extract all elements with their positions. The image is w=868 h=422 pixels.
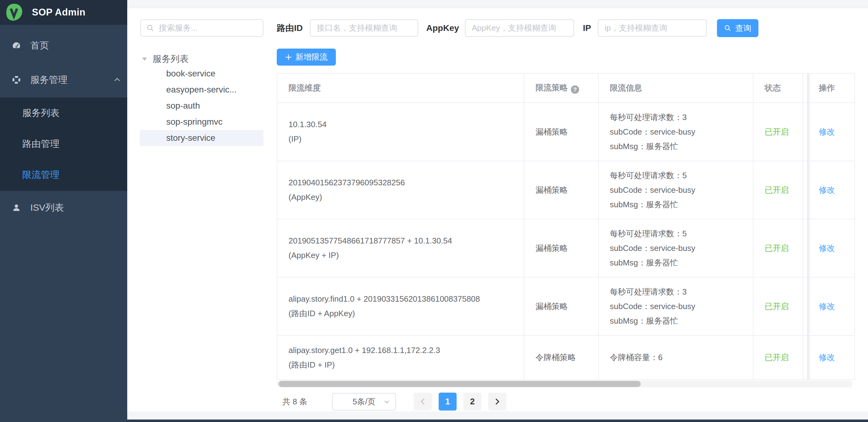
query-button-label: 查询 bbox=[735, 23, 751, 34]
help-icon[interactable]: ? bbox=[571, 86, 579, 94]
ip-label: IP bbox=[583, 19, 591, 37]
pagination-total: 共 8 条 bbox=[282, 396, 307, 407]
cell-strategy: 漏桶策略 bbox=[524, 219, 598, 277]
cell-status: 已开启 bbox=[753, 219, 803, 277]
sidebar-item-home[interactable]: 首页 bbox=[0, 33, 127, 58]
service-search-input[interactable] bbox=[159, 23, 252, 33]
cell-dimension: alipay.story.find1.0 + 20190331562013861… bbox=[277, 277, 524, 335]
app-root: SOP Admin 首页 服务管理 服务列表 路由管理 限流管理 bbox=[0, 0, 868, 422]
cell-strategy: 漏桶策略 bbox=[524, 103, 598, 161]
status-badge: 已开启 bbox=[765, 353, 789, 362]
service-search-box bbox=[140, 19, 264, 37]
limit-table: 限流维度 限流策略? 限流信息 状态 操作 10.1.30.54(IP) 漏桶策… bbox=[277, 73, 855, 380]
chevron-up-icon bbox=[114, 78, 120, 83]
sidebar-item-isv-list[interactable]: ISV列表 bbox=[0, 195, 127, 220]
cell-status: 已开启 bbox=[753, 103, 803, 161]
scrollbar-thumb[interactable] bbox=[279, 381, 641, 387]
table-horizontal-scrollbar[interactable] bbox=[277, 381, 852, 387]
cell-dimension: 20190513577548661718777857 + 10.1.30.54(… bbox=[277, 219, 524, 277]
cell-strategy: 令牌桶策略 bbox=[524, 335, 598, 380]
ip-input[interactable] bbox=[598, 20, 706, 36]
col-header-dimension: 限流维度 bbox=[277, 73, 524, 103]
pagination: 共 8 条 5条/页 1 2 bbox=[277, 392, 506, 411]
main-content: 服务列表 book-service easyopen-servic... sop… bbox=[127, 0, 868, 422]
fixed-column-gap bbox=[803, 277, 807, 335]
tree-node-story-service[interactable]: story-service bbox=[140, 130, 264, 146]
edit-link[interactable]: 修改 bbox=[819, 127, 835, 136]
fixed-column-gap bbox=[803, 335, 807, 380]
route-id-input[interactable] bbox=[310, 20, 417, 36]
cell-strategy: 漏桶策略 bbox=[524, 277, 598, 335]
edit-link[interactable]: 修改 bbox=[819, 302, 835, 311]
table-row: 20190401562373796095328256(AppKey) 漏桶策略 … bbox=[277, 161, 855, 219]
sidebar-item-route-mgmt[interactable]: 路由管理 bbox=[0, 128, 127, 159]
route-id-field-wrap bbox=[310, 19, 418, 37]
cell-status: 已开启 bbox=[753, 335, 803, 380]
add-limit-button[interactable]: 新增限流 bbox=[277, 48, 336, 66]
user-icon bbox=[12, 203, 21, 212]
fixed-column-gap bbox=[803, 73, 807, 103]
cell-status: 已开启 bbox=[753, 277, 803, 335]
top-bar bbox=[127, 0, 868, 8]
table-row: alipay.story.get1.0 + 192.168.1.1,172.2.… bbox=[277, 335, 855, 380]
tree-root-label: 服务列表 bbox=[153, 53, 188, 65]
next-page-button[interactable] bbox=[488, 393, 506, 411]
appkey-label: AppKey bbox=[426, 19, 459, 37]
prev-page-button[interactable] bbox=[414, 393, 432, 411]
edit-link[interactable]: 修改 bbox=[819, 185, 835, 195]
fixed-column-gap bbox=[803, 161, 807, 219]
status-badge: 已开启 bbox=[765, 302, 789, 311]
page-size-select[interactable]: 5条/页 bbox=[332, 393, 396, 411]
col-header-action: 操作 bbox=[807, 73, 855, 103]
cell-action: 修改 bbox=[807, 103, 855, 161]
tree-node-sop-auth[interactable]: sop-auth bbox=[140, 98, 264, 114]
search-icon bbox=[147, 24, 154, 32]
tree-node-root[interactable]: 服务列表 bbox=[142, 51, 188, 67]
sidebar-item-label: 首页 bbox=[30, 39, 49, 52]
tree-node-book-service[interactable]: book-service bbox=[140, 66, 264, 82]
status-badge: 已开启 bbox=[765, 127, 789, 136]
col-header-info: 限流信息 bbox=[598, 73, 753, 103]
cell-status: 已开启 bbox=[753, 161, 803, 219]
tree-node-sop-springmvc[interactable]: sop-springmvc bbox=[140, 114, 264, 130]
sidebar-item-limit-mgmt[interactable]: 限流管理 bbox=[0, 159, 127, 190]
tree-node-easyopen-service[interactable]: easyopen-servic... bbox=[140, 82, 264, 98]
cell-info: 令牌桶容量：6 bbox=[598, 335, 753, 380]
chevron-left-icon bbox=[421, 398, 427, 405]
cell-strategy: 漏桶策略 bbox=[524, 161, 598, 219]
page-size-value: 5条/页 bbox=[352, 396, 375, 407]
sidebar-item-service-list[interactable]: 服务列表 bbox=[0, 97, 127, 128]
col-header-strategy: 限流策略? bbox=[524, 73, 598, 103]
bottom-edge-bar bbox=[127, 420, 868, 422]
table-row: alipay.story.find1.0 + 20190331562013861… bbox=[277, 277, 855, 335]
app-logo-icon bbox=[4, 2, 24, 23]
sidebar-item-label: ISV列表 bbox=[30, 201, 64, 214]
add-limit-button-label: 新增限流 bbox=[296, 52, 328, 63]
cell-info: 每秒可处理请求数：3subCode：service-busysubMsg：服务器… bbox=[598, 277, 753, 335]
cell-action: 修改 bbox=[807, 335, 855, 380]
cell-info: 每秒可处理请求数：5subCode：service-busysubMsg：服务器… bbox=[598, 219, 753, 277]
chevron-right-icon bbox=[493, 398, 499, 405]
col-header-status: 状态 bbox=[753, 73, 803, 103]
cell-action: 修改 bbox=[807, 219, 855, 277]
cell-dimension: 10.1.30.54(IP) bbox=[277, 103, 524, 161]
component-icon bbox=[12, 75, 21, 85]
cell-info: 每秒可处理请求数：3subCode：service-busysubMsg：服务器… bbox=[598, 103, 753, 161]
cell-info: 每秒可处理请求数：5subCode：service-busysubMsg：服务器… bbox=[598, 161, 753, 219]
search-icon bbox=[724, 25, 732, 32]
caret-down-icon bbox=[142, 58, 147, 61]
page-button-2[interactable]: 2 bbox=[463, 393, 482, 411]
app-title: SOP Admin bbox=[32, 0, 86, 25]
dashboard-icon bbox=[12, 41, 21, 50]
edit-link[interactable]: 修改 bbox=[819, 244, 835, 253]
cell-dimension: 20190401562373796095328256(AppKey) bbox=[277, 161, 524, 219]
cell-dimension: alipay.story.get1.0 + 192.168.1.1,172.2.… bbox=[277, 335, 524, 380]
fixed-column-gap bbox=[803, 103, 807, 161]
edit-link[interactable]: 修改 bbox=[819, 353, 835, 362]
chevron-down-icon bbox=[384, 398, 390, 403]
sidebar-item-service-mgmt[interactable]: 服务管理 bbox=[0, 67, 127, 92]
status-badge: 已开启 bbox=[765, 185, 789, 195]
query-button[interactable]: 查询 bbox=[717, 19, 758, 37]
page-button-1[interactable]: 1 bbox=[439, 393, 457, 411]
appkey-input[interactable] bbox=[466, 20, 573, 36]
